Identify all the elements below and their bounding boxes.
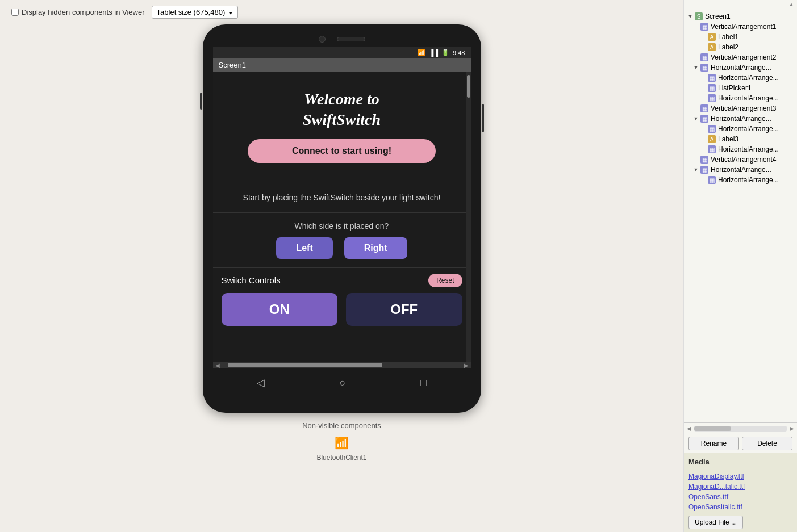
- left-button[interactable]: Left: [276, 237, 332, 259]
- phone-speaker: [337, 37, 365, 41]
- on-off-buttons: ON OFF: [222, 293, 462, 326]
- media-file-item[interactable]: MagionaD...talic.ttf: [688, 481, 792, 492]
- bluetooth-client-item[interactable]: 📶 BluetoothClient1: [302, 434, 381, 462]
- tree-item-label: HorizontalArrange...: [718, 94, 779, 102]
- arrangement-icon: ▦: [700, 104, 708, 112]
- connect-button[interactable]: Connect to start using!: [248, 139, 436, 163]
- tree-item-label3[interactable]: ALabel3: [684, 134, 797, 144]
- label-icon: A: [708, 43, 716, 51]
- non-visible-section: Non-visible components 📶 BluetoothClient…: [302, 421, 381, 462]
- arrangement-icon: ▦: [708, 176, 716, 184]
- tree-item-label2[interactable]: ALabel2: [684, 42, 797, 52]
- on-button[interactable]: ON: [222, 293, 338, 326]
- tree-scroll-nav: ◀ ▶: [684, 422, 797, 434]
- welcome-section: Welcome to SwiftSwitch Connect to start …: [213, 72, 471, 183]
- nav-back-button[interactable]: ◁: [257, 376, 265, 389]
- tree-item-label: Screen1: [705, 12, 731, 20]
- tree-item-horiz3[interactable]: ▼▦HorizontalArrange...: [684, 165, 797, 175]
- tree-item-vert3[interactable]: ▦VerticalArrangement3: [684, 103, 797, 114]
- tree-item-label: HorizontalArrange...: [718, 145, 779, 153]
- tree-scroll-header: ▲: [684, 0, 797, 9]
- tree-item-horiz1[interactable]: ▼▦HorizontalArrange...: [684, 62, 797, 73]
- tree-panel: ▼SScreen1▦VerticalArrangement1ALabel1ALa…: [684, 9, 797, 422]
- scroll-thumb: [467, 75, 470, 98]
- tree-item-vert4[interactable]: ▦VerticalArrangement4: [684, 154, 797, 165]
- hidden-components-text: Display hidden components in Viewer: [22, 8, 145, 16]
- side-question-text: Which side is it placed on?: [224, 221, 460, 231]
- media-file-item[interactable]: MagionaDisplay.ttf: [688, 471, 792, 481]
- battery-icon: 🔋: [441, 49, 449, 56]
- tree-item-label: VerticalArrangement3: [711, 104, 776, 112]
- signal-icon: ▐▐: [429, 49, 438, 56]
- media-file-item[interactable]: OpenSansItalic.ttf: [688, 502, 792, 512]
- side-section: Which side is it placed on? Left Right: [213, 213, 471, 268]
- tree-item-label: VerticalArrangement2: [711, 53, 776, 61]
- toolbar-row: Display hidden components in Viewer Tabl…: [11, 6, 238, 19]
- right-button[interactable]: Right: [344, 237, 407, 259]
- welcome-line1: Welcome to: [304, 90, 379, 108]
- expand-icon[interactable]: ▼: [692, 166, 699, 173]
- off-button[interactable]: OFF: [346, 293, 462, 326]
- non-visible-label: Non-visible components: [302, 421, 381, 430]
- tree-item-label: VerticalArrangement1: [711, 23, 776, 31]
- tree-item-label: HorizontalArrange...: [711, 166, 771, 174]
- expand-icon[interactable]: ▼: [692, 64, 699, 71]
- tree-item-label1[interactable]: ALabel1: [684, 32, 797, 42]
- screen-title-bar: Screen1: [213, 58, 471, 72]
- tree-h-scroll-thumb: [694, 426, 731, 431]
- screen-icon: S: [695, 12, 703, 20]
- arrangement-icon: ▦: [700, 115, 708, 123]
- app-content: Welcome to SwiftSwitch Connect to start …: [213, 72, 471, 362]
- tree-item-horiz2[interactable]: ▼▦HorizontalArrange...: [684, 114, 797, 124]
- hidden-components-checkbox[interactable]: [11, 9, 19, 16]
- scroll-left-arrow[interactable]: ◀: [213, 362, 222, 368]
- tree-h-scrollbar[interactable]: [694, 426, 787, 432]
- arrangement-icon: ▦: [708, 74, 716, 82]
- tree-item-horiz2a[interactable]: ▦HorizontalArrange...: [684, 124, 797, 134]
- tree-item-vert2[interactable]: ▦VerticalArrangement2: [684, 52, 797, 62]
- scroll-right-arrow[interactable]: ▶: [462, 362, 471, 368]
- arrangement-icon: ▦: [708, 84, 716, 92]
- tree-item-horiz1a[interactable]: ▦HorizontalArrange...: [684, 73, 797, 83]
- arrangement-icon: ▦: [700, 166, 708, 174]
- hidden-components-checkbox-label[interactable]: Display hidden components in Viewer: [11, 8, 145, 16]
- tree-item-screen1[interactable]: ▼SScreen1: [684, 11, 797, 22]
- expand-icon[interactable]: ▼: [692, 115, 699, 122]
- chevron-down-icon: [228, 8, 233, 16]
- switch-controls-section: Switch Controls Reset ON OFF: [213, 268, 471, 332]
- reset-button[interactable]: Reset: [428, 274, 462, 287]
- main-area: Display hidden components in Viewer Tabl…: [0, 0, 683, 532]
- nav-home-button[interactable]: ○: [340, 377, 346, 389]
- delete-button[interactable]: Delete: [742, 437, 792, 450]
- right-panel: ▲ ▼SScreen1▦VerticalArrangement1ALabel1A…: [683, 0, 797, 532]
- rename-delete-row: Rename Delete: [684, 434, 797, 453]
- arrangement-icon: ▦: [700, 53, 708, 61]
- size-dropdown[interactable]: Tablet size (675,480): [152, 6, 239, 19]
- tree-item-listpicker1[interactable]: ▦ListPicker1: [684, 83, 797, 93]
- tree-item-horiz2b[interactable]: ▦HorizontalArrange...: [684, 144, 797, 154]
- tree-item-horiz3a[interactable]: ▦HorizontalArrange...: [684, 175, 797, 185]
- expand-icon[interactable]: ▼: [687, 13, 694, 20]
- bottom-scrollbar[interactable]: ◀ ▶: [213, 362, 471, 368]
- rename-button[interactable]: Rename: [688, 437, 739, 450]
- tree-item-label: HorizontalArrange...: [718, 74, 779, 82]
- tree-item-label: VerticalArrangement4: [711, 156, 776, 164]
- tree-item-label: Label1: [718, 33, 738, 41]
- tree-h-scroll-left[interactable]: ◀: [687, 425, 691, 432]
- tree-scroll-up-arrow[interactable]: ▲: [788, 1, 794, 7]
- tree-item-vert1[interactable]: ▦VerticalArrangement1: [684, 22, 797, 32]
- arrangement-icon: ▦: [700, 156, 708, 164]
- tree-item-horiz1b[interactable]: ▦HorizontalArrange...: [684, 93, 797, 103]
- media-file-item[interactable]: OpenSans.ttf: [688, 492, 792, 502]
- vertical-scrollbar[interactable]: [466, 72, 471, 362]
- upload-file-button[interactable]: Upload File ...: [688, 516, 743, 529]
- switch-controls-header: Switch Controls Reset: [222, 274, 462, 287]
- tree-item-label: ListPicker1: [718, 84, 752, 92]
- time-display: 9:48: [453, 49, 465, 56]
- media-header: Media: [688, 456, 792, 468]
- media-panel: Media MagionaDisplay.ttfMagionaD...talic…: [684, 453, 797, 532]
- nav-square-button[interactable]: □: [420, 377, 427, 389]
- bluetooth-icon: 📶: [333, 434, 350, 451]
- tree-h-scroll-right[interactable]: ▶: [790, 425, 794, 432]
- size-dropdown-label: Tablet size (675,480): [157, 8, 226, 16]
